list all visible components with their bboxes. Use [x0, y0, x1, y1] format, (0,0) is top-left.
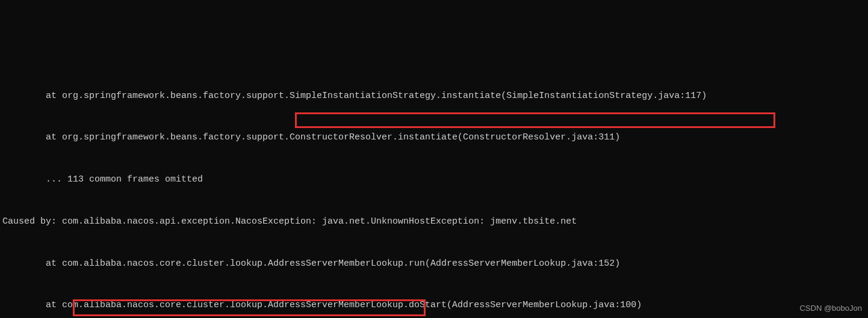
stack-trace-line: at org.springframework.beans.factory.sup…	[2, 130, 866, 144]
annotation-box-1	[295, 112, 775, 128]
stack-trace-line: at com.alibaba.nacos.core.cluster.lookup…	[2, 257, 866, 271]
stack-trace-line: at org.springframework.beans.factory.sup…	[2, 89, 866, 103]
caused-by-line: Caused by: com.alibaba.nacos.api.excepti…	[2, 215, 866, 228]
watermark-text: CSDN @boboJon	[799, 302, 862, 314]
terminal-output[interactable]: at org.springframework.beans.factory.sup…	[0, 56, 868, 318]
stack-trace-line: ... 113 common frames omitted	[2, 173, 866, 186]
stack-trace-line: at com.alibaba.nacos.core.cluster.lookup…	[2, 298, 866, 312]
